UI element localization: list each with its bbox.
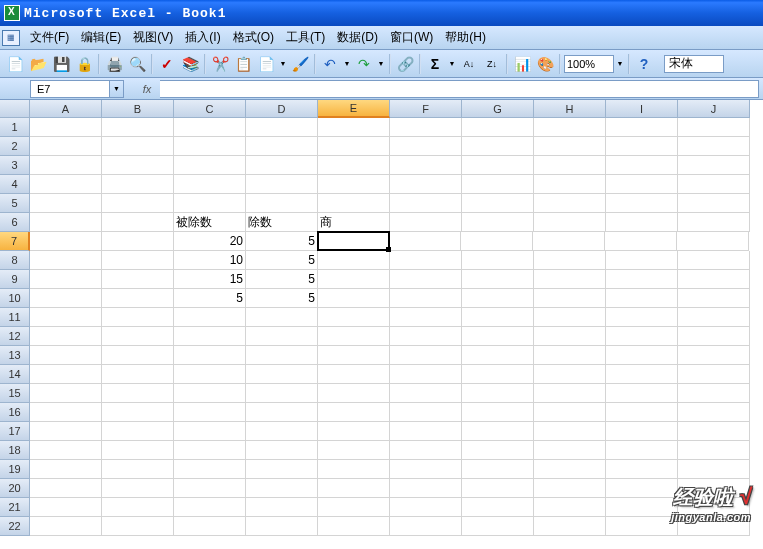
- redo-button[interactable]: ↷: [353, 53, 375, 75]
- cell-A19[interactable]: [30, 460, 102, 479]
- cell-G11[interactable]: [462, 308, 534, 327]
- cell-I1[interactable]: [606, 118, 678, 137]
- cell-D3[interactable]: [246, 156, 318, 175]
- autosum-button[interactable]: Σ: [424, 53, 446, 75]
- cell-F22[interactable]: [390, 517, 462, 536]
- cell-J9[interactable]: [678, 270, 750, 289]
- cell-I15[interactable]: [606, 384, 678, 403]
- cell-J13[interactable]: [678, 346, 750, 365]
- row-header-1[interactable]: 1: [0, 118, 30, 137]
- menu-edit[interactable]: 编辑(E): [75, 26, 127, 49]
- copy-button[interactable]: 📋: [232, 53, 254, 75]
- cell-I4[interactable]: [606, 175, 678, 194]
- row-header-11[interactable]: 11: [0, 308, 30, 327]
- cell-F7[interactable]: [389, 232, 461, 251]
- cell-E16[interactable]: [318, 403, 390, 422]
- cell-C20[interactable]: [174, 479, 246, 498]
- cell-E4[interactable]: [318, 175, 390, 194]
- cell-G17[interactable]: [462, 422, 534, 441]
- cell-I14[interactable]: [606, 365, 678, 384]
- cell-B17[interactable]: [102, 422, 174, 441]
- cell-I8[interactable]: [606, 251, 678, 270]
- row-header-13[interactable]: 13: [0, 346, 30, 365]
- row-header-4[interactable]: 4: [0, 175, 30, 194]
- cell-B5[interactable]: [102, 194, 174, 213]
- cell-B2[interactable]: [102, 137, 174, 156]
- cell-I7[interactable]: [605, 232, 677, 251]
- cell-D16[interactable]: [246, 403, 318, 422]
- cell-A21[interactable]: [30, 498, 102, 517]
- cell-A12[interactable]: [30, 327, 102, 346]
- undo-dropdown[interactable]: ▼: [342, 53, 352, 75]
- cell-F19[interactable]: [390, 460, 462, 479]
- cell-G8[interactable]: [462, 251, 534, 270]
- cell-H13[interactable]: [534, 346, 606, 365]
- cell-D17[interactable]: [246, 422, 318, 441]
- cell-C8[interactable]: 10: [174, 251, 246, 270]
- zoom-box[interactable]: 100%: [564, 55, 614, 73]
- cell-E6[interactable]: 商: [318, 213, 390, 232]
- sort-asc-button[interactable]: A↓: [458, 53, 480, 75]
- cell-D13[interactable]: [246, 346, 318, 365]
- cell-C22[interactable]: [174, 517, 246, 536]
- cell-F4[interactable]: [390, 175, 462, 194]
- cell-B10[interactable]: [102, 289, 174, 308]
- row-header-8[interactable]: 8: [0, 251, 30, 270]
- cell-G21[interactable]: [462, 498, 534, 517]
- cell-H4[interactable]: [534, 175, 606, 194]
- row-header-12[interactable]: 12: [0, 327, 30, 346]
- cell-F9[interactable]: [390, 270, 462, 289]
- select-all-corner[interactable]: [0, 100, 30, 118]
- cell-H10[interactable]: [534, 289, 606, 308]
- cell-E22[interactable]: [318, 517, 390, 536]
- cell-E18[interactable]: [318, 441, 390, 460]
- cell-I3[interactable]: [606, 156, 678, 175]
- cell-H6[interactable]: [534, 213, 606, 232]
- cell-C15[interactable]: [174, 384, 246, 403]
- cell-A6[interactable]: [30, 213, 102, 232]
- cell-A8[interactable]: [30, 251, 102, 270]
- cell-H1[interactable]: [534, 118, 606, 137]
- sort-desc-button[interactable]: Z↓: [481, 53, 503, 75]
- col-header-H[interactable]: H: [534, 100, 606, 118]
- cell-J7[interactable]: [677, 232, 749, 251]
- cell-J2[interactable]: [678, 137, 750, 156]
- cell-J19[interactable]: [678, 460, 750, 479]
- cell-C1[interactable]: [174, 118, 246, 137]
- cell-H14[interactable]: [534, 365, 606, 384]
- cell-D10[interactable]: 5: [246, 289, 318, 308]
- cell-B22[interactable]: [102, 517, 174, 536]
- cell-I21[interactable]: [606, 498, 678, 517]
- cell-D9[interactable]: 5: [246, 270, 318, 289]
- row-header-14[interactable]: 14: [0, 365, 30, 384]
- cell-D20[interactable]: [246, 479, 318, 498]
- cell-F17[interactable]: [390, 422, 462, 441]
- cell-G18[interactable]: [462, 441, 534, 460]
- cell-G15[interactable]: [462, 384, 534, 403]
- cell-A20[interactable]: [30, 479, 102, 498]
- cell-H11[interactable]: [534, 308, 606, 327]
- zoom-dropdown[interactable]: ▼: [615, 53, 625, 75]
- cell-A7[interactable]: [30, 232, 102, 251]
- cell-H17[interactable]: [534, 422, 606, 441]
- row-header-17[interactable]: 17: [0, 422, 30, 441]
- print-preview-button[interactable]: 🔍: [126, 53, 148, 75]
- cell-E10[interactable]: [318, 289, 390, 308]
- cell-B9[interactable]: [102, 270, 174, 289]
- redo-dropdown[interactable]: ▼: [376, 53, 386, 75]
- cell-G7[interactable]: [461, 232, 533, 251]
- cell-C12[interactable]: [174, 327, 246, 346]
- cell-C2[interactable]: [174, 137, 246, 156]
- cell-A1[interactable]: [30, 118, 102, 137]
- worksheet-menu-icon[interactable]: ▦: [2, 30, 20, 46]
- cell-F21[interactable]: [390, 498, 462, 517]
- col-header-I[interactable]: I: [606, 100, 678, 118]
- cell-F8[interactable]: [390, 251, 462, 270]
- cell-I10[interactable]: [606, 289, 678, 308]
- cell-G19[interactable]: [462, 460, 534, 479]
- cell-E8[interactable]: [318, 251, 390, 270]
- cell-B18[interactable]: [102, 441, 174, 460]
- new-button[interactable]: 📄: [4, 53, 26, 75]
- cell-H12[interactable]: [534, 327, 606, 346]
- cell-A15[interactable]: [30, 384, 102, 403]
